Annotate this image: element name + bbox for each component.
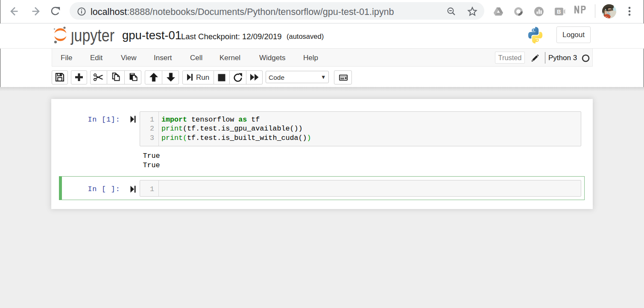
svg-text:B: B [557,9,561,15]
